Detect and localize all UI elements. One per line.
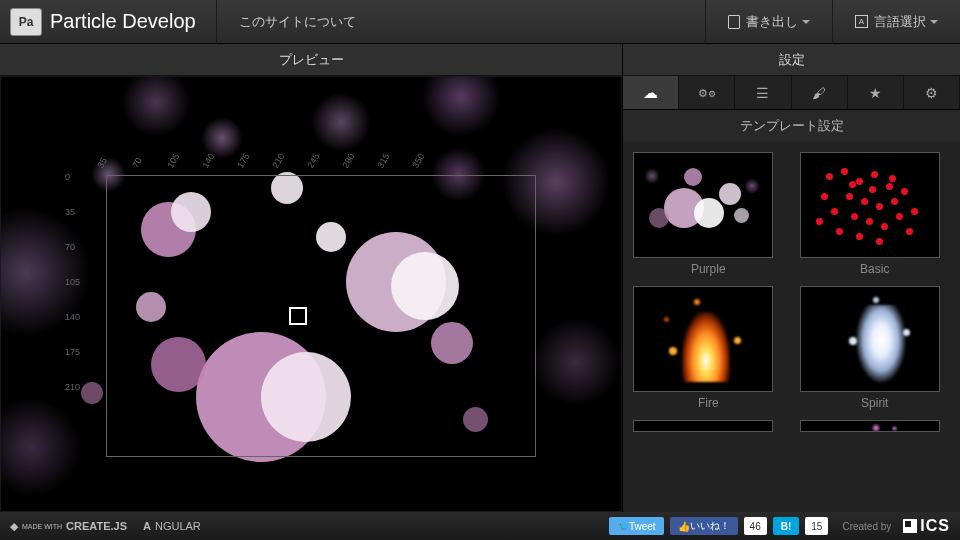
- template-tab[interactable]: [623, 76, 679, 109]
- template-label: Basic: [800, 262, 951, 276]
- settings-subtitle: テンプレート設定: [623, 110, 960, 142]
- header: Pa Particle Develop このサイトについて 書き出し A 言語選…: [0, 0, 960, 44]
- hatena-button[interactable]: B!: [773, 517, 800, 535]
- template-more-1[interactable]: [633, 420, 784, 432]
- emitter-cursor[interactable]: [289, 307, 307, 325]
- ics-brand[interactable]: ICS: [903, 517, 950, 535]
- star-icon: [869, 85, 882, 101]
- color-tab[interactable]: [792, 76, 848, 109]
- template-grid: Purple Basic Fire: [623, 142, 960, 512]
- preview-title: プレビュー: [0, 44, 622, 76]
- artboard-frame: [106, 175, 536, 457]
- params-tab[interactable]: [735, 76, 791, 109]
- app-title: Particle Develop: [50, 10, 196, 33]
- document-icon: [728, 15, 740, 29]
- canvas-tab[interactable]: [904, 76, 960, 109]
- settings-title: 設定: [623, 44, 960, 76]
- gears-icon: [698, 85, 716, 100]
- preview-pane: プレビュー: [0, 44, 623, 512]
- chevron-down-icon: [802, 20, 810, 24]
- template-purple[interactable]: Purple: [633, 152, 784, 276]
- emitter-tab[interactable]: [679, 76, 735, 109]
- angular-logo[interactable]: ANGULAR: [143, 520, 201, 532]
- export-menu[interactable]: 書き出し: [705, 0, 832, 44]
- ruler-vertical: 03570105140175210: [65, 172, 80, 417]
- gear-icon: [925, 85, 938, 101]
- shape-tab[interactable]: [848, 76, 904, 109]
- hatena-count: 15: [805, 517, 828, 535]
- footer: ◆ MADE WITH CREATE.JS ANGULAR 🐦 Tweet 👍 …: [0, 512, 960, 540]
- language-menu[interactable]: A 言語選択: [832, 0, 960, 44]
- about-menu[interactable]: このサイトについて: [216, 0, 378, 44]
- settings-tabs: [623, 76, 960, 110]
- template-spirit[interactable]: Spirit: [800, 286, 951, 410]
- ruler-horizontal: 3570105140175210245280315350: [91, 147, 441, 157]
- content: プレビュー: [0, 44, 960, 512]
- facebook-like-count: 46: [744, 517, 767, 535]
- createjs-logo[interactable]: ◆ MADE WITH CREATE.JS: [10, 520, 127, 533]
- chevron-down-icon: [930, 20, 938, 24]
- template-label: Spirit: [800, 396, 951, 410]
- created-by-label: Created by: [842, 521, 891, 532]
- template-more-2[interactable]: [800, 420, 951, 432]
- language-icon: A: [855, 15, 868, 28]
- language-label: 言語選択: [874, 13, 926, 31]
- template-label: Purple: [633, 262, 784, 276]
- brush-icon: [812, 85, 826, 101]
- app-logo-badge: Pa: [10, 8, 42, 36]
- sliders-icon: [756, 85, 769, 101]
- template-fire[interactable]: Fire: [633, 286, 784, 410]
- settings-pane: 設定 テンプレート設定 Purpl: [623, 44, 960, 512]
- cloud-icon: [643, 84, 658, 102]
- template-basic[interactable]: Basic: [800, 152, 951, 276]
- export-label: 書き出し: [746, 13, 798, 31]
- template-label: Fire: [633, 396, 784, 410]
- tweet-button[interactable]: 🐦 Tweet: [609, 517, 664, 535]
- facebook-like-button[interactable]: 👍 いいね！: [670, 517, 738, 535]
- preview-canvas[interactable]: 3570105140175210245280315350 03570105140…: [1, 77, 621, 511]
